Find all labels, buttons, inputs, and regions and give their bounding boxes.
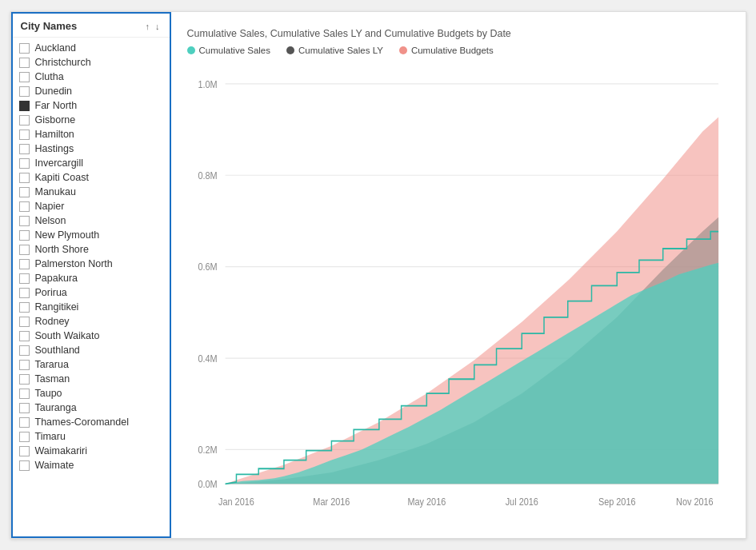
legend-dot: [286, 46, 294, 54]
city-label: Rodney: [35, 316, 70, 327]
city-item[interactable]: Hastings: [13, 141, 170, 156]
city-label: Clutha: [35, 71, 64, 82]
sort-desc-icon[interactable]: ↓: [154, 21, 162, 32]
city-label: Invercargill: [35, 157, 83, 169]
city-label: Nelson: [35, 215, 66, 226]
city-label: Rangitikei: [35, 301, 79, 313]
city-checkbox[interactable]: [19, 403, 30, 413]
city-item[interactable]: Porirua: [13, 285, 170, 300]
city-label: Tasman: [35, 373, 70, 385]
city-item[interactable]: Invercargill: [13, 156, 170, 170]
city-checkbox[interactable]: [19, 173, 30, 183]
city-checkbox[interactable]: [19, 144, 30, 154]
city-item[interactable]: Waimate: [13, 458, 170, 472]
main-container: City Names ↑ ↓ AucklandChristchurchCluth…: [10, 11, 746, 539]
legend-item: Cumulative Budgets: [399, 46, 494, 55]
sort-asc-icon[interactable]: ↑: [144, 21, 152, 32]
city-label: Dunedin: [35, 86, 73, 97]
city-item[interactable]: Taupo: [13, 386, 170, 401]
y-label-02M: 0.2M: [198, 444, 217, 456]
city-label: Papakura: [35, 273, 78, 284]
city-item[interactable]: Palmerston North: [13, 257, 170, 271]
city-checkbox[interactable]: [19, 115, 30, 126]
legend-label: Cumulative Sales: [199, 46, 270, 55]
city-checkbox[interactable]: [19, 360, 30, 370]
city-checkbox[interactable]: [19, 216, 30, 226]
legend-item: Cumulative Sales: [187, 46, 270, 55]
city-item[interactable]: Dunedin: [13, 84, 170, 98]
city-item[interactable]: Far North: [13, 98, 170, 113]
city-label: Waimakariri: [35, 445, 88, 456]
city-checkbox[interactable]: [19, 58, 30, 68]
city-item[interactable]: Thames-Coromandel: [13, 415, 170, 429]
city-item[interactable]: Hamilton: [13, 127, 170, 141]
city-label: Christchurch: [35, 57, 91, 68]
city-item[interactable]: New Plymouth: [13, 228, 170, 242]
x-label-jul: Jul 2016: [505, 496, 538, 508]
city-item[interactable]: Waimakariri: [13, 444, 170, 458]
city-item[interactable]: Tararua: [13, 357, 170, 372]
city-item[interactable]: Auckland: [13, 41, 170, 55]
city-checkbox[interactable]: [19, 446, 30, 456]
city-checkbox[interactable]: [19, 72, 30, 82]
city-label: Manukau: [35, 186, 76, 197]
city-item[interactable]: North Shore: [13, 242, 170, 257]
city-checkbox[interactable]: [19, 230, 30, 241]
city-label: Thames-Coromandel: [35, 416, 129, 428]
city-checkbox[interactable]: [19, 43, 30, 54]
city-checkbox[interactable]: [19, 273, 30, 284]
city-checkbox[interactable]: [19, 86, 30, 97]
legend-label: Cumulative Budgets: [411, 46, 494, 55]
city-item[interactable]: Christchurch: [13, 55, 170, 70]
city-checkbox[interactable]: [19, 374, 30, 385]
city-checkbox[interactable]: [19, 130, 30, 140]
city-checkbox[interactable]: [19, 201, 30, 212]
city-checkbox[interactable]: [19, 331, 30, 341]
city-item[interactable]: Tasman: [13, 372, 170, 386]
legend-item: Cumulative Sales LY: [286, 46, 383, 55]
city-list[interactable]: AucklandChristchurchCluthaDunedinFar Nor…: [13, 38, 170, 536]
city-checkbox[interactable]: [19, 187, 30, 197]
city-label: New Plymouth: [35, 229, 100, 241]
city-item[interactable]: Rangitikei: [13, 300, 170, 314]
left-panel: City Names ↑ ↓ AucklandChristchurchCluth…: [11, 12, 171, 538]
city-label: Hamilton: [35, 129, 74, 140]
city-label: Tararua: [35, 359, 69, 370]
city-checkbox[interactable]: [19, 288, 30, 298]
city-label: Porirua: [35, 287, 67, 298]
city-checkbox[interactable]: [19, 317, 30, 327]
city-checkbox[interactable]: [19, 101, 30, 111]
panel-header: City Names ↑ ↓: [13, 14, 170, 38]
city-checkbox[interactable]: [19, 417, 30, 428]
city-checkbox[interactable]: [19, 345, 30, 356]
city-checkbox[interactable]: [19, 389, 30, 399]
city-checkbox[interactable]: [19, 432, 30, 442]
city-item[interactable]: Kapiti Coast: [13, 170, 170, 185]
city-label: Hastings: [35, 143, 74, 154]
city-item[interactable]: Timaru: [13, 429, 170, 444]
city-label: South Waikato: [35, 330, 100, 341]
y-label-00M: 0.0M: [198, 478, 217, 490]
legend-dot: [187, 46, 195, 54]
city-item[interactable]: Papakura: [13, 271, 170, 285]
city-item[interactable]: Nelson: [13, 213, 170, 228]
city-item[interactable]: Southland: [13, 343, 170, 357]
city-checkbox[interactable]: [19, 460, 30, 471]
city-checkbox[interactable]: [19, 158, 30, 169]
x-label-nov: Nov 2016: [676, 496, 714, 508]
city-item[interactable]: South Waikato: [13, 329, 170, 343]
city-checkbox[interactable]: [19, 245, 30, 255]
chart-svg: 1.0M 0.8M 0.6M 0.4M 0.2M 0.0M Jan 2016 M…: [187, 65, 726, 522]
legend-label: Cumulative Sales LY: [298, 46, 383, 55]
y-label-08M: 0.8M: [198, 169, 217, 181]
x-label-may: May 2016: [407, 496, 446, 508]
city-item[interactable]: Clutha: [13, 70, 170, 84]
city-item[interactable]: Tauranga: [13, 401, 170, 415]
city-item[interactable]: Rodney: [13, 314, 170, 329]
chart-title: Cumulative Sales, Cumulative Sales LY an…: [187, 28, 726, 39]
city-item[interactable]: Gisborne: [13, 113, 170, 127]
city-item[interactable]: Napier: [13, 199, 170, 213]
city-checkbox[interactable]: [19, 259, 30, 269]
city-item[interactable]: Manukau: [13, 185, 170, 199]
city-checkbox[interactable]: [19, 302, 30, 313]
